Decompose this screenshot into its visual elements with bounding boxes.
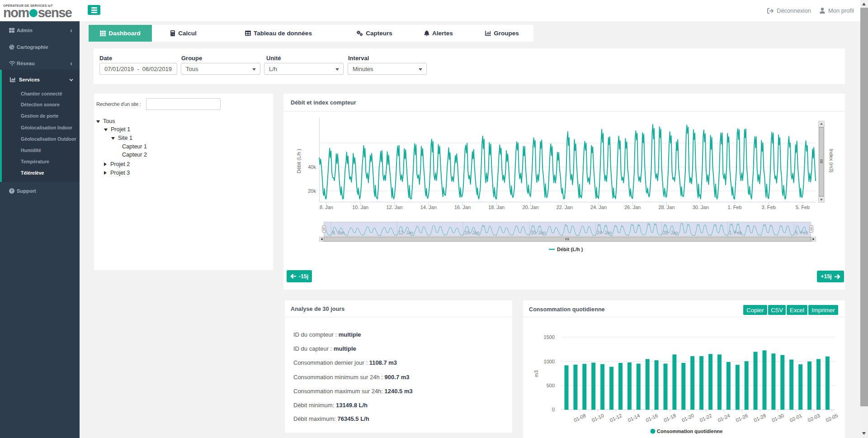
svg-text:01-12: 01-12 [609, 413, 623, 423]
svg-text:1. Feb: 1. Feb [727, 205, 741, 210]
svg-text:02-05: 02-05 [825, 413, 839, 423]
svg-text:m3: m3 [533, 370, 539, 377]
svg-text:01-26: 01-26 [735, 413, 749, 423]
svg-text:22. Jan: 22. Jan [557, 205, 573, 210]
svg-text:01-30: 01-30 [771, 413, 785, 423]
svg-text:02-03: 02-03 [807, 413, 821, 423]
svg-text:14. Jan: 14. Jan [420, 205, 437, 210]
svg-text:18. Jan: 18. Jan [488, 205, 505, 210]
svg-text:28. Jan: 28. Jan [658, 205, 675, 210]
svg-text:Index (m3): Index (m3) [829, 149, 834, 173]
svg-text:8. Jan: 8. Jan [320, 205, 333, 210]
svg-text:10. Jan: 10. Jan [352, 205, 368, 210]
svg-text:24. Jan: 24. Jan [590, 205, 607, 210]
svg-text:30. Jan: 30. Jan [693, 205, 709, 210]
svg-text:24. Jan: 24. Jan [597, 230, 612, 235]
svg-text:01-22: 01-22 [699, 413, 713, 423]
svg-text:01-14: 01-14 [627, 413, 641, 423]
svg-text:5. Feb: 5. Feb [796, 205, 810, 210]
svg-text:1500: 1500 [544, 334, 555, 340]
svg-text:Débit (L/h ): Débit (L/h ) [296, 149, 302, 173]
svg-text:01-20: 01-20 [681, 413, 695, 423]
svg-text:02-01: 02-01 [789, 413, 803, 423]
svg-text:0: 0 [552, 407, 555, 412]
svg-text:16. Jan: 16. Jan [454, 205, 471, 210]
svg-text:01-10: 01-10 [591, 413, 605, 423]
svg-text:01-18: 01-18 [663, 413, 677, 423]
svg-text:500: 500 [547, 383, 555, 388]
svg-text:3. Feb: 3. Feb [762, 205, 776, 210]
svg-text:01-16: 01-16 [645, 413, 659, 423]
svg-text:01-24: 01-24 [717, 413, 731, 423]
svg-text:01-28: 01-28 [753, 413, 767, 423]
svg-text:01-08: 01-08 [573, 413, 587, 423]
svg-text:20. Jan: 20. Jan [531, 230, 546, 235]
svg-text:26. Jan: 26. Jan [624, 205, 641, 210]
svg-text:12. Jan: 12. Jan [398, 230, 413, 235]
svg-text:1000: 1000 [544, 359, 555, 364]
svg-text:20k: 20k [308, 188, 316, 194]
svg-text:Consommation quotidienne: Consommation quotidienne [657, 428, 722, 434]
svg-text:Débit (L/h ): Débit (L/h ) [557, 247, 583, 252]
svg-text:12. Jan: 12. Jan [386, 205, 402, 210]
svg-text:40k: 40k [308, 164, 316, 170]
svg-text:20. Jan: 20. Jan [522, 205, 538, 210]
